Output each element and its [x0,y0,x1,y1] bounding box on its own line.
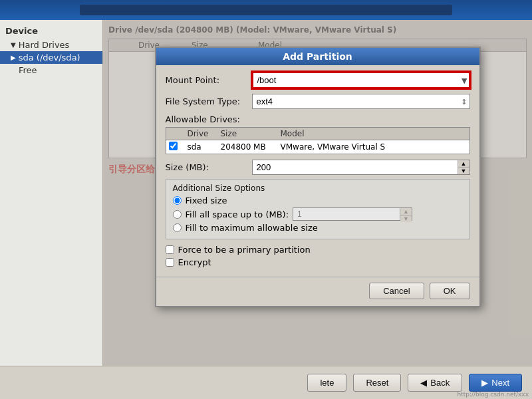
watermark: http://blog.csdn.net/xxx [457,391,529,398]
drives-table-row: sda 204800 MB VMware, VMware Virtual S [166,140,469,154]
file-system-type-select[interactable]: ext4 ext3 xfs swap [252,94,470,109]
top-bar [0,0,532,20]
drives-row-model: VMware, VMware Virtual S [281,142,467,152]
radio-fill-up-input[interactable] [173,210,182,219]
cancel-button[interactable]: Cancel [369,283,424,299]
mount-point-control: /boot / /home swap ▼ [252,72,470,88]
delete-label: lete [320,378,334,388]
file-system-type-row: File System Type: ext4 ext3 xfs swap ⇕ [166,94,470,109]
top-bar-inner [80,5,452,15]
sidebar-device-header: Device [0,23,102,39]
sidebar-sda[interactable]: ▶ sda (/dev/sda) [0,51,102,64]
sda-arrow: ▶ [11,54,16,61]
force-primary-checkbox[interactable] [166,245,174,254]
additional-size-title: Additional Size Options [173,184,463,193]
encrypt-label: Encrypt [178,257,211,267]
fill-up-input-wrap: ▲ ▼ [293,207,412,221]
size-input-wrap: ▲ ▼ [252,160,470,175]
drives-col-model: Model [281,129,467,138]
dialog-overlay: Add Partition Mount Point: /boot / /home… [103,20,532,366]
next-button[interactable]: ▶ Next [469,374,522,392]
drives-col-check [169,129,188,138]
drives-col-drive: Drive [188,129,221,138]
delete-button[interactable]: lete [307,374,346,392]
radio-fill-up: Fill all space up to (MB): ▲ ▼ [173,207,463,221]
reset-button[interactable]: Reset [353,374,401,392]
size-row: Size (MB): ▲ ▼ [166,160,470,175]
add-partition-dialog: Add Partition Mount Point: /boot / /home… [155,47,481,307]
force-primary-label: Force to be a primary partition [178,245,311,255]
file-system-type-control: ext4 ext3 xfs swap ⇕ [252,94,470,109]
mount-point-row: Mount Point: /boot / /home swap ▼ [166,72,470,88]
back-arrow-icon: ◀ [420,378,427,388]
size-spin-buttons: ▲ ▼ [458,160,469,174]
radio-fill-max-label: Fill to maximum allowable size [186,223,318,233]
allowable-drives-section: Allowable Drives: Drive Size Model sda [166,114,470,154]
sidebar-free-label: Free [19,65,37,75]
drives-row-size: 204800 MB [221,142,281,152]
next-label: Next [491,378,509,388]
size-spin-down[interactable]: ▼ [458,168,469,174]
radio-fixed-size-label: Fixed size [186,196,227,205]
dialog-buttons: Cancel OK [156,277,479,306]
allowable-drives-label: Allowable Drives: [166,114,470,124]
additional-size-options: Additional Size Options Fixed size Fill … [166,179,470,239]
hard-drives-arrow: ▼ [11,41,16,49]
mount-point-select[interactable]: /boot / /home swap [252,72,470,88]
drives-table-header: Drive Size Model [166,128,469,140]
force-primary-row: Force to be a primary partition [166,245,470,255]
back-label: Back [430,378,450,388]
radio-fixed-size-input[interactable] [173,196,182,205]
drives-row-checkbox[interactable] [169,142,178,150]
bottom-bar: lete Reset ◀ Back ▶ Next [0,366,532,399]
dialog-title: Add Partition [156,48,479,65]
main-area: Device ▼ Hard Drives ▶ sda (/dev/sda) Fr… [0,20,532,366]
sidebar-free[interactable]: Free [0,64,102,76]
sidebar-hard-drives-label: Hard Drives [19,40,70,50]
sidebar-sda-label: sda (/dev/sda) [19,53,80,63]
size-input[interactable] [252,160,470,175]
fill-up-spin-buttons: ▲ ▼ [400,208,412,220]
ok-button[interactable]: OK [430,283,470,299]
encrypt-checkbox[interactable] [166,258,174,267]
size-label: Size (MB): [166,162,252,172]
drives-col-size: Size [221,129,281,138]
fill-up-input[interactable] [293,207,412,221]
drives-row-drive: sda [188,142,221,152]
drives-row-checkbox-wrap [169,142,188,152]
sidebar: Device ▼ Hard Drives ▶ sda (/dev/sda) Fr… [0,20,103,366]
next-arrow-icon: ▶ [481,378,488,388]
drives-table: Drive Size Model sda 204800 MB VMware, V… [166,127,470,154]
size-spin-up[interactable]: ▲ [458,160,469,168]
dialog-body: Mount Point: /boot / /home swap ▼ [156,65,479,277]
radio-fill-max-input[interactable] [173,223,182,232]
fill-up-spin-up[interactable]: ▲ [400,208,412,215]
back-button[interactable]: ◀ Back [408,374,462,392]
radio-fixed-size: Fixed size [173,196,463,205]
file-system-type-label: File System Type: [166,96,252,106]
mount-point-label: Mount Point: [166,75,252,85]
fill-up-spin-down[interactable]: ▼ [400,215,412,222]
radio-fill-max: Fill to maximum allowable size [173,223,463,233]
reset-label: Reset [366,378,388,388]
encrypt-row: Encrypt [166,257,470,267]
radio-fill-up-label: Fill all space up to (MB): [186,209,289,219]
sidebar-hard-drives[interactable]: ▼ Hard Drives [0,39,102,51]
right-panel: Drive /dev/sda (204800 MB) (Model: VMwar… [103,20,532,366]
